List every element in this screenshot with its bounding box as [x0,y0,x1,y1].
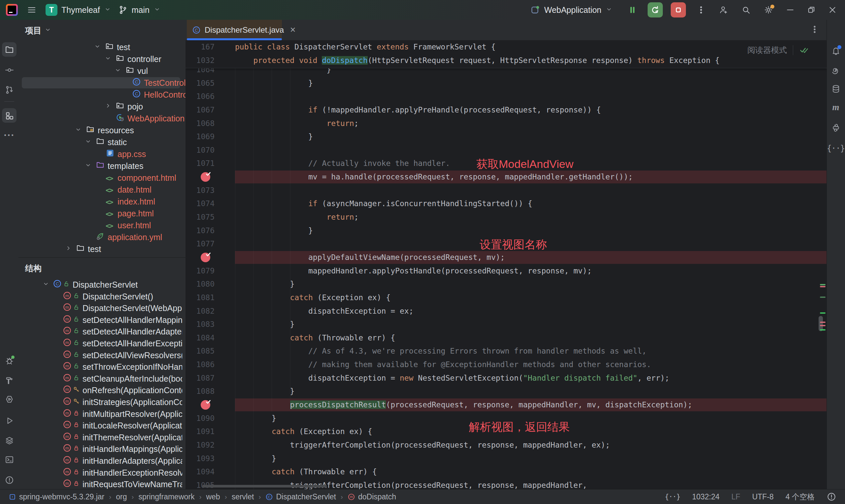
build-button[interactable] [2,373,17,388]
line-number[interactable]: 1079 [186,264,214,278]
line-number[interactable]: 1077 [186,237,214,251]
structure-item[interactable]: minitStrategies(ApplicationContext): voi… [18,396,186,408]
code-line[interactable]: 1074if (asyncManager.isConcurrentHandlin… [186,197,827,211]
line-number[interactable]: 1087 [186,372,214,385]
structure-item[interactable]: minitRequestToViewNameTranslator(Applica… [18,478,186,490]
line-number[interactable]: 1067 [186,103,214,117]
reader-mode-widget[interactable]: 阅读器模式 [747,45,809,55]
code-line[interactable]: 1088} [186,384,827,398]
sticky-line[interactable]: 1032protected void doDispatch(HttpServle… [186,54,827,67]
line-number[interactable]: 1094 [186,465,214,479]
more-actions-button[interactable] [694,3,708,17]
line-number[interactable]: 1071 [186,157,214,170]
code-line[interactable]: 1066 [186,90,827,103]
project-folder-button[interactable] [2,42,17,57]
breakpoint-icon[interactable] [201,253,210,262]
breadcrumb-item[interactable]: web [206,492,220,501]
line-ending[interactable]: LF [732,492,740,501]
structure-item[interactable]: mDispatcherServlet() [18,291,186,303]
code-line[interactable]: applyDefaultViewName(processedRequest, m… [186,251,827,264]
code-line[interactable]: 1073 [186,184,827,197]
tree-item[interactable]: WebApplication [18,112,186,124]
tree-item[interactable]: app.css [18,148,186,160]
structure-item[interactable]: monRefresh(ApplicationContext): void ↑Fr… [18,384,186,396]
notifications-button[interactable] [828,43,843,58]
services-button[interactable] [2,433,17,448]
structure-item[interactable]: minitHandlerMappings(ApplicationContext)… [18,443,186,455]
breadcrumb-item[interactable]: springframework [138,492,194,501]
line-number[interactable]: 1088 [186,384,214,398]
run-button[interactable] [2,413,17,428]
code-line[interactable]: 1080} [186,277,827,291]
code-line[interactable]: 1084catch (Throwable err) { [186,331,827,345]
tree-item[interactable]: CHelloController [18,89,186,101]
code-line[interactable]: processDispatchResult(processedRequest, … [186,398,827,412]
maximize-button[interactable] [805,5,818,15]
chevron-right-icon[interactable] [104,102,111,111]
line-number[interactable]: 1085 [186,344,214,358]
line-number[interactable]: 1073 [186,184,214,197]
breadcrumb-item[interactable]: CDispatcherServlet [265,492,336,501]
code-line[interactable]: 1087dispatchException = new NestedServle… [186,372,827,385]
breadcrumb-item[interactable]: org [116,492,127,501]
structure-button[interactable] [2,108,17,123]
line-number[interactable]: 1090 [186,412,214,425]
code-with-me-button[interactable] [716,3,731,17]
structure-item[interactable]: minitThemeResolver(ApplicationContext): … [18,431,186,443]
tree-item[interactable]: resources [18,124,186,136]
structure-item[interactable]: minitHandlerAdapters(ApplicationContext)… [18,455,186,467]
code-line[interactable]: 1095triggerAfterCompletion(processedRequ… [186,479,827,489]
tree-item[interactable]: vul [18,65,186,77]
structure-item[interactable]: CDispatcherServlet [18,279,186,291]
code-line[interactable]: 1081catch (Exception ex) { [186,291,827,304]
search-everywhere-button[interactable] [739,3,753,17]
chevron-down-icon[interactable] [85,161,92,171]
profiler-button[interactable] [2,392,17,407]
tree-item[interactable]: <>component.html [18,172,186,184]
line-number[interactable]: 1083 [186,318,214,331]
line-number[interactable]: 1084 [186,331,214,345]
structure-item[interactable]: minitLocaleResolver(ApplicationContext):… [18,419,186,431]
vcs-widget[interactable]: main [118,5,161,15]
chevron-down-icon[interactable] [42,280,50,290]
line-number[interactable]: 1081 [186,291,214,304]
line-number[interactable]: 1070 [186,143,214,157]
code-line[interactable]: 1067if (!mappedHandler.applyPreHandle(pr… [186,103,827,117]
problems-button[interactable] [2,473,17,487]
line-number[interactable]: 1069 [186,130,214,143]
code-line[interactable]: 1068return; [186,117,827,130]
sticky-line[interactable]: 167public class DispatcherServlet extend… [186,40,827,54]
code-line[interactable]: 1083} [186,318,827,331]
tab-close-icon[interactable]: ✕ [290,26,296,34]
breakpoint-icon[interactable] [201,172,210,182]
ai-assistant-button[interactable] [828,63,843,77]
tree-item[interactable]: CTestController [18,77,186,89]
code-line[interactable]: 1092triggerAfterCompletion(processedRequ… [186,438,827,452]
chevron-down-icon[interactable] [114,66,122,76]
line-number[interactable]: 1032 [186,54,214,67]
tree-item[interactable]: static [18,136,186,148]
line-number[interactable]: 1074 [186,197,214,211]
python-packages-button[interactable] [828,120,843,135]
tree-item[interactable]: <>index.html [18,196,186,208]
structure-item[interactable]: msetDetectAllHandlerExceptionResolvers(b… [18,338,186,349]
settings-button[interactable] [761,3,776,17]
code-line[interactable]: mv = ha.handle(processedRequest, respons… [186,170,827,184]
run-configuration-widget[interactable]: WebApplication [530,5,613,15]
project-panel-title[interactable]: 项目 [25,25,52,36]
breadcrumb-item[interactable]: mdoDispatch [348,492,396,501]
line-number[interactable]: 1093 [186,452,214,465]
tree-item[interactable]: templates [18,160,186,172]
breadcrumb-item[interactable]: spring-webmvc-5.3.29.jar [8,492,104,501]
line-number[interactable]: 1092 [186,438,214,452]
maven-button[interactable]: m [828,100,843,114]
pull-requests-button[interactable] [2,83,17,97]
rerun-debug-button[interactable] [648,2,663,17]
line-number[interactable]: 1065 [186,76,214,90]
structure-item[interactable]: msetDetectAllHandlerAdapters(boolean): v… [18,326,186,338]
line-number[interactable]: 1076 [186,224,214,237]
code-line[interactable]: 1082dispatchException = ex; [186,304,827,318]
main-menu-button[interactable] [24,3,39,17]
minimize-button[interactable] [784,5,797,15]
structure-item[interactable]: minitMultipartResolver(ApplicationContex… [18,408,186,420]
